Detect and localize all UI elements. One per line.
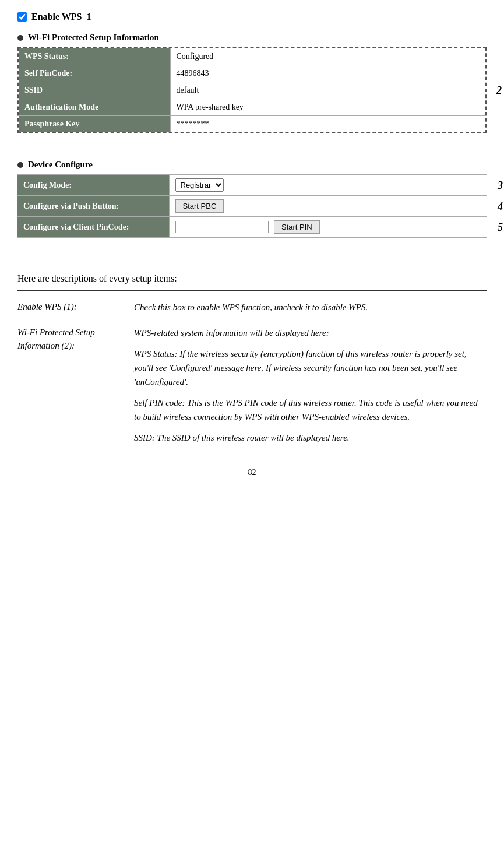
start-pbc-button[interactable]: Start PBC: [175, 199, 224, 213]
config-mode-label: Config Mode:: [17, 175, 169, 196]
wps-info-number: 2: [496, 85, 502, 97]
descriptions-header: Here are descriptions of every setup ite…: [17, 273, 487, 284]
auth-mode-label: Authentication Mode: [19, 99, 170, 116]
push-button-row: Configure via Push Button: Start PBC 4: [17, 196, 487, 217]
ssid-value: default: [170, 82, 485, 99]
passphrase-value: ********: [170, 116, 485, 133]
desc-def-1-p1: Check this box to enable WPS function, u…: [134, 300, 487, 314]
wps-info-table: WPS Status: Configured Self PinCode: 448…: [19, 48, 485, 132]
config-mode-row: Config Mode: Registrar Enrollee 3: [17, 175, 487, 196]
page-number: 82: [17, 468, 487, 477]
wps-status-value: Configured: [170, 48, 485, 65]
wps-info-wrapper: WPS Status: Configured Self PinCode: 448…: [17, 47, 487, 133]
table-row: WPS Status: Configured: [19, 48, 485, 65]
enable-wps-checkbox[interactable]: [17, 12, 27, 22]
client-pincode-row: Configure via Client PinCode: Start PIN …: [17, 217, 487, 238]
desc-row-1: Enable WPS (1): Check this box to enable…: [17, 300, 487, 326]
client-pincode-input[interactable]: [175, 221, 269, 233]
wps-info-section-header: Wi-Fi Protected Setup Information: [17, 33, 487, 43]
desc-term-1: Enable WPS (1):: [17, 300, 134, 326]
wps-status-label: WPS Status:: [19, 48, 170, 65]
desc-def-1: Check this box to enable WPS function, u…: [134, 300, 487, 326]
descriptions-table: Enable WPS (1): Check this box to enable…: [17, 300, 487, 456]
ssid-label: SSID: [19, 82, 170, 99]
bullet-icon: [17, 162, 23, 168]
table-row: Authentication Mode WPA pre-shared key: [19, 99, 485, 116]
desc-def-2-p1: WPS-related system information will be d…: [134, 326, 487, 340]
push-button-number: 4: [498, 200, 503, 212]
desc-def-2-p2: WPS Status: If the wireless security (en…: [134, 347, 487, 389]
start-pin-button[interactable]: Start PIN: [274, 220, 320, 234]
device-configure-header: Device Configure: [17, 160, 487, 170]
config-table-wrapper: Config Mode: Registrar Enrollee 3 Config…: [17, 174, 487, 238]
client-pincode-value: Start PIN 5: [169, 217, 487, 238]
push-button-label: Configure via Push Button:: [17, 196, 169, 217]
client-pincode-number: 5: [498, 221, 503, 233]
client-pincode-label: Configure via Client PinCode:: [17, 217, 169, 238]
wps-info-header-label: Wi-Fi Protected Setup Information: [28, 33, 159, 43]
device-configure-section: Device Configure Config Mode: Registrar …: [17, 160, 487, 238]
desc-def-2: WPS-related system information will be d…: [134, 326, 487, 456]
desc-row-2: Wi-Fi Protected Setup Information (2): W…: [17, 326, 487, 456]
self-pincode-label: Self PinCode:: [19, 65, 170, 82]
table-row: Self PinCode: 44896843: [19, 65, 485, 82]
config-mode-select[interactable]: Registrar Enrollee: [175, 178, 224, 192]
section-divider: [17, 290, 487, 291]
wps-info-dotted-container: WPS Status: Configured Self PinCode: 448…: [17, 47, 487, 133]
config-mode-value: Registrar Enrollee 3: [169, 175, 487, 196]
device-configure-table: Config Mode: Registrar Enrollee 3 Config…: [17, 174, 487, 238]
push-button-value: Start PBC 4: [169, 196, 487, 217]
desc-def-2-p3: Self PIN code: This is the WPS PIN code …: [134, 396, 487, 424]
self-pincode-value: 44896843: [170, 65, 485, 82]
desc-term-2: Wi-Fi Protected Setup Information (2):: [17, 326, 134, 456]
passphrase-label: Passphrase Key: [19, 116, 170, 133]
table-row: SSID default: [19, 82, 485, 99]
auth-mode-value: WPA pre-shared key: [170, 99, 485, 116]
bullet-icon: [17, 35, 23, 41]
enable-wps-number: 1: [86, 12, 91, 22]
config-mode-number: 3: [498, 179, 503, 191]
device-configure-label: Device Configure: [28, 160, 93, 170]
desc-def-2-p4: SSID: The SSID of this wireless router w…: [134, 431, 487, 445]
enable-wps-row: Enable WPS 1: [17, 12, 487, 22]
table-row: Passphrase Key ********: [19, 116, 485, 133]
enable-wps-label: Enable WPS: [31, 12, 82, 22]
